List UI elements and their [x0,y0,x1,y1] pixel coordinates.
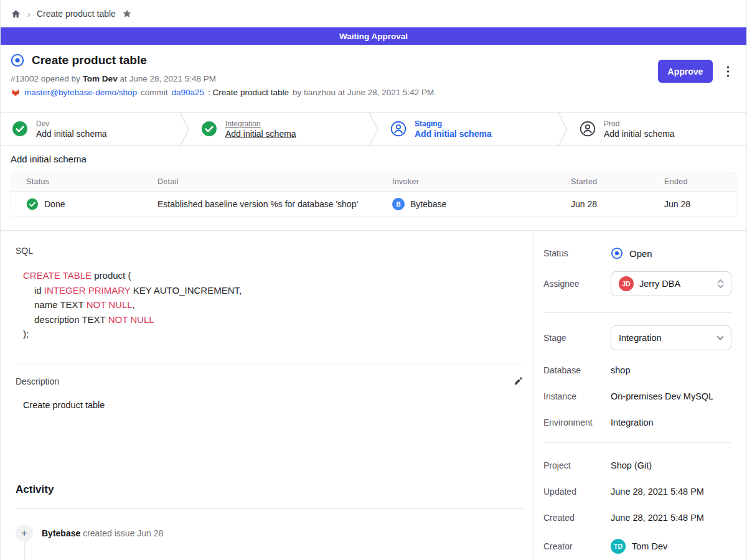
approve-button[interactable]: Approve [658,60,713,83]
sql-line: id INTEGER PRIMARY KEY AUTO_INCREMENT, [16,283,524,298]
issue-detail-page: › Create product table Waiting Approval … [0,0,747,560]
activity-item: + Bytebase created issue Jun 28 [16,525,524,542]
stage-staging[interactable]: Staging Add initial schema [379,113,557,145]
activity-heading: Activity [16,483,524,496]
stage-name: Prod [604,119,675,128]
sidebar-row-stage: Stage Integration [543,325,731,350]
col-status: Status [26,177,157,186]
col-detail: Detail [157,177,392,186]
task-detail: Established baseline version %s for data… [157,199,392,209]
pipeline-stage-bar: Dev Add initial schema Integration Add i… [1,112,746,146]
sidebar-divider [543,312,731,313]
description-text: Create product table [23,400,524,410]
done-check-icon [26,198,39,210]
task-invoker: Bytebase [410,199,446,209]
stage-name: Integration [225,119,296,128]
sql-line: description TEXT NOT NULL [16,312,524,327]
stage-task: Add initial schema [36,129,107,139]
sql-line: name TEXT NOT NULL, [16,297,524,312]
gitlab-icon [11,87,21,97]
stage-prod[interactable]: Prod Add initial schema [568,113,746,145]
stage-chevron-separator [179,113,190,145]
stage-value: Integration [619,333,662,343]
task-section: Add initial schema Status Detail Invoker… [1,146,746,230]
assignee-select[interactable]: JD Jerry DBA [611,271,731,296]
stage-name: Staging [415,119,492,128]
col-started: Started [571,177,664,186]
col-ended: Ended [664,177,736,186]
description-label: Description [16,376,59,386]
left-column: SQL CREATE TABLE product ( id INTEGER PR… [1,231,533,560]
main-content: SQL CREATE TABLE product ( id INTEGER PR… [1,230,746,560]
breadcrumb-separator-icon: › [27,9,31,19]
issue-title: Create product table [32,54,147,67]
stage-dev[interactable]: Dev Add initial schema [1,113,179,145]
edit-description-icon[interactable] [512,375,524,388]
activity-action: created issue Jun 28 [83,528,163,538]
assignee-avatar: JD [619,276,634,291]
activity-divider [16,508,524,509]
task-section-heading: Add initial schema [11,154,736,164]
stage-chevron-separator [557,113,568,145]
stage-done-icon [201,121,217,137]
instance-value: On-premises Dev MySQL [611,391,713,401]
star-icon[interactable] [122,9,132,19]
sql-line: CREATE TABLE product ( [16,268,524,283]
sidebar-row-created: Created June 28, 2021 5:48 PM [543,511,731,524]
issue-header: Create product table #13002 opened by To… [1,45,746,112]
issue-author: Tom Dev [83,74,118,83]
status-value: Open [629,248,652,259]
issue-meta: #13002 opened by Tom Dev at June 28, 202… [11,74,736,83]
stage-pending-icon [580,121,596,137]
sql-label: SQL [16,246,524,256]
breadcrumb: › Create product table [1,0,746,27]
plus-icon: + [16,525,33,542]
creator-avatar: TD [611,539,626,554]
stage-chevron-separator [368,113,379,145]
chevron-down-icon [716,334,725,342]
issue-sidebar: Status Open Assignee JD Jerry DBA [533,231,746,560]
stage-task: Add initial schema [604,129,675,139]
sidebar-row-database: Database shop [543,364,731,376]
sidebar-row-creator: Creator TD Tom Dev [543,538,731,555]
sidebar-row-instance: Instance On-premises Dev MySQL [543,390,731,403]
task-started: Jun 28 [571,199,664,209]
created-value: June 28, 2021 5:48 PM [611,513,704,523]
table-row: Done Established baseline version %s for… [11,192,736,217]
stage-select[interactable]: Integration [611,325,731,350]
assignee-value: Jerry DBA [639,279,680,289]
stage-done-icon [12,121,28,137]
home-icon[interactable] [11,9,21,19]
stage-name: Dev [36,119,107,128]
sidebar-row-updated: Updated June 28, 2021 5:48 PM [543,485,731,498]
stage-integration[interactable]: Integration Add initial schema [190,113,368,145]
more-actions-icon[interactable] [721,65,734,78]
commit-line: master@bytebase-demo/shop commit da90a25… [11,87,736,97]
breadcrumb-page-label[interactable]: Create product table [37,9,116,19]
waiting-approval-banner: Waiting Approval [1,27,746,45]
creator-value: Tom Dev [632,541,667,551]
stage-pending-approval-icon [390,121,406,137]
bytebase-avatar: B [392,198,405,210]
sidebar-row-status: Status Open [543,246,731,261]
commit-hash-link[interactable]: da90a25 [172,88,205,97]
environment-value: Integration [611,418,654,427]
sql-code: CREATE TABLE product ( id INTEGER PRIMAR… [16,268,524,342]
issue-open-status-icon [11,54,24,67]
task-status: Done [44,199,65,209]
sidebar-row-environment: Environment Integration [543,416,731,429]
database-value: shop [611,365,630,375]
task-table: Status Detail Invoker Started Ended Done… [11,172,736,217]
banner-text: Waiting Approval [339,32,408,41]
sidebar-row-project: Project Shop (Git) [543,459,731,472]
stage-task: Add initial schema [225,129,296,139]
open-status-icon [611,247,623,259]
branch-link[interactable]: master@bytebase-demo/shop [24,88,137,97]
commit-message: : Create product table [208,88,289,97]
sql-line: ); [16,327,524,342]
updated-value: June 28, 2021 5:48 PM [611,487,704,497]
sidebar-divider [543,442,731,443]
project-value: Shop (Git) [611,460,652,470]
task-table-header: Status Detail Invoker Started Ended [11,172,736,192]
stage-task: Add initial schema [415,129,492,139]
